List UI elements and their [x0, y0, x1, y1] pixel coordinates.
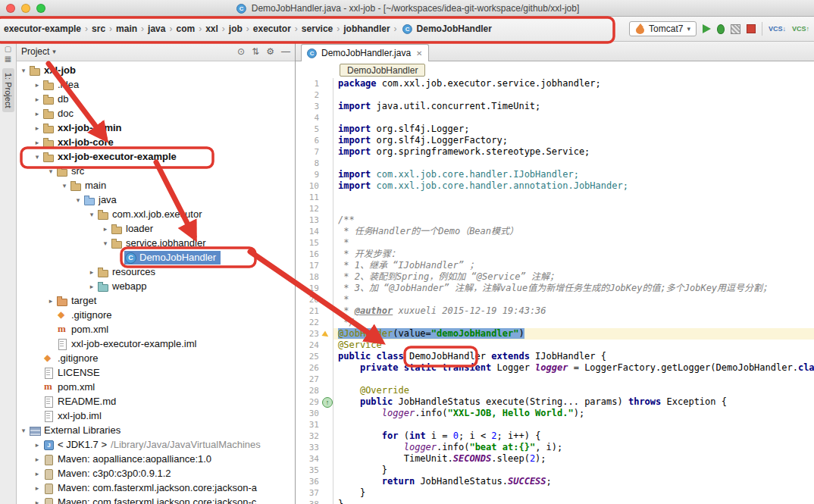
override-icon[interactable]: [321, 397, 333, 408]
breadcrumb-item[interactable]: com: [174, 22, 197, 36]
code-line[interactable]: 17 * 1、继承 “IJobHandler” ；: [296, 260, 814, 271]
code-line[interactable]: 2: [296, 89, 814, 101]
expand-arrow-right-icon[interactable]: ▸: [32, 484, 42, 492]
tree-item[interactable]: ▸target: [17, 293, 295, 308]
code-line[interactable]: 38}: [296, 499, 814, 504]
tree-item[interactable]: .gitignore: [17, 308, 295, 322]
collapse-all-icon[interactable]: ⇅: [252, 46, 259, 57]
grid-icon[interactable]: ▦: [5, 54, 11, 64]
editor-gutter[interactable]: 32: [296, 430, 333, 442]
editor-gutter[interactable]: 18: [296, 271, 333, 283]
expand-arrow-right-icon[interactable]: ▸: [32, 124, 42, 132]
tree-item[interactable]: ▾xxl-job-executor-example: [17, 149, 295, 164]
editor-gutter[interactable]: 34: [296, 453, 333, 465]
editor-gutter[interactable]: 36: [296, 476, 333, 487]
tree-item[interactable]: ▸.idea: [17, 77, 295, 92]
breadcrumb-item[interactable]: service: [299, 22, 335, 36]
breadcrumb-item[interactable]: jobhandler: [341, 22, 392, 36]
tree-item[interactable]: DemoJobHandler: [17, 250, 295, 265]
tree-item[interactable]: pom.xml: [17, 322, 295, 337]
code-line[interactable]: 12: [296, 203, 814, 214]
editor-gutter[interactable]: 3: [296, 101, 333, 112]
code-line[interactable]: 33 logger.info("beat at:{}", i);: [296, 442, 814, 453]
project-toolwindow-tab[interactable]: 1: Project: [2, 68, 14, 112]
editor-gutter[interactable]: 12: [296, 203, 333, 214]
tree-item[interactable]: ▸Maven: com.fasterxml.jackson.core:jacks…: [17, 495, 295, 504]
editor-gutter[interactable]: 15: [296, 237, 333, 249]
close-window-icon[interactable]: [6, 4, 15, 13]
editor-gutter[interactable]: 14: [296, 226, 333, 237]
editor-breadcrumb-chip[interactable]: DemoJobHandler: [340, 64, 425, 77]
editor-gutter[interactable]: 6: [296, 135, 333, 146]
editor-gutter[interactable]: 17: [296, 260, 333, 271]
vcs-update-button[interactable]: VCS↓: [769, 25, 786, 33]
code-line[interactable]: 14 * 任务Handler的一个Demo（Bean模式）: [296, 226, 814, 237]
maximize-window-icon[interactable]: [36, 4, 45, 13]
tree-item[interactable]: ▾main: [17, 178, 295, 193]
code-line[interactable]: 15 *: [296, 237, 814, 249]
window-layout-icon[interactable]: ▢: [5, 44, 11, 54]
tab-close-icon[interactable]: ✕: [416, 49, 422, 58]
code-line[interactable]: 1package com.xxl.job.executor.service.jo…: [296, 78, 814, 89]
code-editor[interactable]: 1package com.xxl.job.executor.service.jo…: [296, 78, 814, 504]
expand-arrow-down-icon[interactable]: ▾: [100, 239, 111, 247]
editor-gutter[interactable]: 31: [296, 419, 333, 430]
editor-gutter[interactable]: 19: [296, 283, 333, 294]
expand-arrow-right-icon[interactable]: ▸: [32, 110, 42, 117]
editor-tab[interactable]: DemoJobHandler.java ✕: [301, 44, 429, 61]
code-line[interactable]: 5import org.slf4j.Logger;: [296, 124, 814, 135]
tree-item[interactable]: ▸Maven: aopalliance:aopalliance:1.0: [17, 452, 295, 466]
editor-gutter[interactable]: 10: [296, 180, 333, 192]
code-line[interactable]: 34 TimeUnit.SECONDS.sleep(2);: [296, 453, 814, 465]
tree-item[interactable]: README.md: [17, 394, 295, 409]
tree-item[interactable]: ▾service.jobhandler: [17, 236, 295, 250]
expand-arrow-right-icon[interactable]: ▸: [32, 139, 42, 146]
editor-gutter[interactable]: 27: [296, 374, 333, 385]
tree-item[interactable]: xxl-job.iml: [17, 409, 295, 423]
tree-item[interactable]: ▸Maven: c3p0:c3p0:0.9.1.2: [17, 466, 295, 481]
code-line[interactable]: 30 logger.info("XXL-JOB, Hello World.");: [296, 408, 814, 419]
editor-gutter[interactable]: 33: [296, 442, 333, 453]
code-line[interactable]: 3import java.util.concurrent.TimeUnit;: [296, 101, 814, 112]
code-line[interactable]: 4: [296, 112, 814, 124]
code-line[interactable]: 20 *: [296, 294, 814, 305]
breadcrumb-item[interactable]: xxl: [203, 22, 221, 36]
tree-item[interactable]: ▸db: [17, 92, 295, 106]
hide-panel-icon[interactable]: —: [281, 46, 290, 57]
editor-gutter[interactable]: 28: [296, 385, 333, 396]
code-line[interactable]: 31: [296, 419, 814, 430]
tree-item[interactable]: .gitignore: [17, 351, 295, 365]
code-line[interactable]: 9import com.xxl.job.core.handler.IJobHan…: [296, 169, 814, 180]
tree-item[interactable]: ▸loader: [17, 221, 295, 236]
settings-gear-icon[interactable]: ⚙: [266, 46, 274, 57]
coverage-button[interactable]: [731, 24, 740, 34]
expand-arrow-down-icon[interactable]: ▾: [45, 167, 56, 175]
code-line[interactable]: 6import org.slf4j.LoggerFactory;: [296, 135, 814, 146]
editor-gutter[interactable]: 8: [296, 158, 333, 169]
breadcrumb-item[interactable]: java: [146, 22, 167, 36]
editor-gutter[interactable]: 30: [296, 408, 333, 419]
editor-gutter[interactable]: 11: [296, 192, 333, 203]
tree-item[interactable]: ▾com.xxl.job.executor: [17, 207, 295, 221]
minimize-window-icon[interactable]: [21, 4, 30, 13]
expand-arrow-down-icon[interactable]: ▾: [59, 182, 70, 189]
tree-item[interactable]: ▾xxl-job: [17, 63, 295, 77]
expand-arrow-right-icon[interactable]: ▸: [45, 297, 56, 305]
code-line[interactable]: 22 */: [296, 317, 814, 328]
code-line[interactable]: 21 * @author xuxueli 2015-12-19 19:43:36: [296, 305, 814, 317]
expand-arrow-right-icon[interactable]: ▸: [32, 470, 42, 477]
code-line[interactable]: 8: [296, 158, 814, 169]
editor-gutter[interactable]: 29: [296, 396, 333, 408]
editor-gutter[interactable]: 21: [296, 305, 333, 317]
code-line[interactable]: 7import org.springframework.stereotype.S…: [296, 146, 814, 158]
editor-gutter[interactable]: 22: [296, 317, 333, 328]
editor-gutter[interactable]: 7: [296, 146, 333, 158]
expand-arrow-down-icon[interactable]: ▾: [86, 211, 97, 218]
expand-arrow-right-icon[interactable]: ▸: [32, 441, 42, 449]
tree-item[interactable]: ▸Maven: com.fasterxml.jackson.core:jacks…: [17, 481, 295, 495]
code-line[interactable]: 11: [296, 192, 814, 203]
breadcrumb-item[interactable]: src: [89, 22, 108, 36]
editor-gutter[interactable]: 13: [296, 214, 333, 226]
expand-arrow-down-icon[interactable]: ▾: [18, 67, 29, 74]
editor-gutter[interactable]: 16: [296, 249, 333, 260]
